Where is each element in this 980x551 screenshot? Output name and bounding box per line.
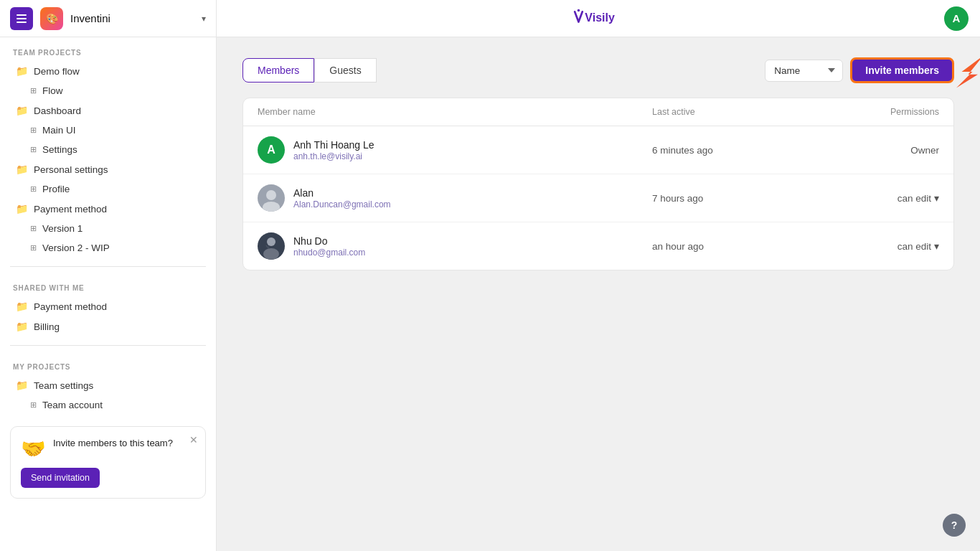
sidebar-item-billing[interactable]: 📁 Billing xyxy=(10,316,206,336)
member-info: Nhu Do nhudo@gmail.com xyxy=(258,232,652,260)
member-info: Alan Alan.Duncan@gmail.com xyxy=(258,184,652,212)
avatar: A xyxy=(258,136,285,164)
chevron-down-icon: ▾ xyxy=(934,240,939,252)
table-row: Alan Alan.Duncan@gmail.com 7 hours ago c… xyxy=(243,174,953,222)
sidebar-item-team-account[interactable]: ⊞ Team account xyxy=(10,395,206,415)
last-active: 7 hours ago xyxy=(652,193,796,204)
member-details: Anh Thi Hoang Le anh.th.le@visily.ai xyxy=(293,139,374,161)
permission-cell[interactable]: can edit ▾ xyxy=(796,240,939,252)
svg-point-6 xyxy=(263,248,279,260)
my-projects-section: MY PROJECTS 📁 Team settings ⊞ Team accou… xyxy=(0,352,216,418)
send-invitation-button[interactable]: Send invitation xyxy=(21,468,100,488)
folder-icon: 📁 xyxy=(16,65,28,77)
sidebar-item-label: Demo flow xyxy=(34,66,80,77)
user-avatar[interactable]: A xyxy=(944,6,969,31)
member-info: A Anh Thi Hoang Le anh.th.le@visily.ai xyxy=(258,136,652,164)
member-email: nhudo@gmail.com xyxy=(293,248,365,258)
page-icon: ⊞ xyxy=(30,243,37,253)
shared-with-me-label: SHARED WITH ME xyxy=(10,284,206,292)
avatar xyxy=(258,232,285,260)
app-name: Inventini xyxy=(70,12,194,24)
header-member-name: Member name xyxy=(258,107,652,117)
sidebar-item-label: Version 2 - WIP xyxy=(42,242,110,253)
sidebar-item-label: Flow xyxy=(42,85,63,96)
divider xyxy=(10,266,206,267)
folder-icon: 📁 xyxy=(16,380,28,391)
sidebar-item-personal-settings[interactable]: 📁 Personal settings xyxy=(10,159,206,179)
table-row: A Anh Thi Hoang Le anh.th.le@visily.ai 6… xyxy=(243,126,953,174)
chevron-down-icon: ▾ xyxy=(934,192,939,204)
permission-label: can edit xyxy=(897,241,931,252)
sidebar-item-label: Team settings xyxy=(34,380,93,391)
folder-icon: 📁 xyxy=(16,321,28,332)
page-icon: ⊞ xyxy=(30,224,37,233)
invite-members-wrapper: Invite members xyxy=(850,57,954,83)
member-email: Alan.Duncan@gmail.com xyxy=(293,199,391,209)
sidebar-item-label: Personal settings xyxy=(34,164,108,175)
sidebar-item-label: Payment method xyxy=(34,204,107,215)
main-content: Visily A Members Guests Name Last active… xyxy=(217,0,980,551)
sidebar-item-payment-method[interactable]: 📁 Payment method xyxy=(10,199,206,219)
sidebar-item-label: Dashboard xyxy=(34,105,81,116)
svg-text:Visily: Visily xyxy=(585,11,615,24)
invite-card: 🤝 Invite members to this team? ✕ Send in… xyxy=(10,426,206,499)
invite-card-text: Invite members to this team? xyxy=(53,437,195,450)
help-button[interactable]: ? xyxy=(943,514,966,537)
folder-icon: 📁 xyxy=(16,105,28,116)
sidebar-item-label: Main UI xyxy=(42,125,76,136)
chevron-down-icon: ▾ xyxy=(202,14,206,24)
last-active: 6 minutes ago xyxy=(652,145,796,156)
sidebar-item-settings[interactable]: ⊞ Settings xyxy=(10,140,206,159)
tab-members[interactable]: Members xyxy=(242,58,314,83)
page-icon: ⊞ xyxy=(30,126,37,135)
sidebar-item-flow[interactable]: ⊞ Flow xyxy=(10,81,206,100)
divider xyxy=(10,345,206,346)
folder-icon: 📁 xyxy=(16,301,28,312)
last-active: an hour ago xyxy=(652,241,796,252)
visily-logo: Visily xyxy=(570,8,627,28)
sidebar-item-payment-method-shared[interactable]: 📁 Payment method xyxy=(10,296,206,316)
sort-select[interactable]: Name Last active xyxy=(765,60,843,82)
sidebar-item-demo-flow[interactable]: 📁 Demo flow xyxy=(10,61,206,81)
close-icon[interactable]: ✕ xyxy=(189,434,198,446)
svg-point-0 xyxy=(578,9,580,12)
topbar: Visily A xyxy=(217,0,980,37)
member-name: Alan xyxy=(293,187,391,199)
member-name: Nhu Do xyxy=(293,235,365,247)
page-icon: ⊞ xyxy=(30,400,37,410)
member-email: anh.th.le@visily.ai xyxy=(293,151,374,161)
tab-guests[interactable]: Guests xyxy=(314,58,376,83)
sidebar-item-main-ui[interactable]: ⊞ Main UI xyxy=(10,121,206,140)
permission-label: can edit xyxy=(897,193,931,204)
sidebar-item-version-1[interactable]: ⊞ Version 1 xyxy=(10,219,206,238)
page-icon: ⊞ xyxy=(30,86,37,95)
svg-marker-2 xyxy=(956,56,980,88)
hamburger-button[interactable] xyxy=(10,7,33,30)
permission-cell[interactable]: can edit ▾ xyxy=(796,192,939,204)
permission-label: Owner xyxy=(910,145,939,156)
sidebar-item-label: Settings xyxy=(42,144,77,155)
invite-members-button[interactable]: Invite members xyxy=(850,57,954,83)
sidebar-item-profile[interactable]: ⊞ Profile xyxy=(10,179,206,199)
team-projects-label: TEAM PROJECTS xyxy=(10,49,206,57)
page-icon: ⊞ xyxy=(30,145,37,154)
sidebar-item-label: Team account xyxy=(42,400,103,410)
sidebar-item-label: Version 1 xyxy=(42,223,83,234)
sidebar-item-team-settings[interactable]: 📁 Team settings xyxy=(10,375,206,395)
table-row: Nhu Do nhudo@gmail.com an hour ago can e… xyxy=(243,222,953,270)
sidebar-item-dashboard[interactable]: 📁 Dashboard xyxy=(10,100,206,121)
content-area: Members Guests Name Last active Invite m… xyxy=(217,37,980,551)
header-last-active: Last active xyxy=(652,107,796,117)
my-projects-label: MY PROJECTS xyxy=(10,363,206,371)
sidebar-header: 🎨 Inventini ▾ xyxy=(0,0,216,37)
avatar xyxy=(258,184,285,212)
permission-cell: Owner xyxy=(796,145,939,156)
header-permissions: Permissions xyxy=(796,107,939,117)
tabs-row: Members Guests Name Last active Invite m… xyxy=(242,57,954,83)
folder-icon: 📁 xyxy=(16,164,28,175)
members-table: Member name Last active Permissions A An… xyxy=(242,98,954,270)
sidebar-item-version-2-wip[interactable]: ⊞ Version 2 - WIP xyxy=(10,238,206,258)
svg-point-3 xyxy=(266,190,276,200)
sidebar: 🎨 Inventini ▾ TEAM PROJECTS 📁 Demo flow … xyxy=(0,0,217,551)
sidebar-item-label: Profile xyxy=(42,184,70,194)
